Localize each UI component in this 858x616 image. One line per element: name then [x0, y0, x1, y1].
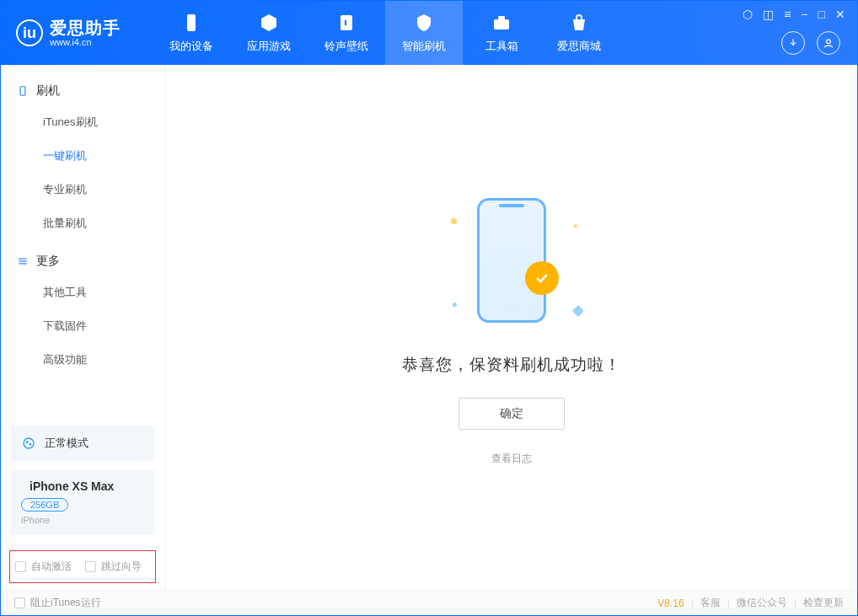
download-button[interactable] [781, 31, 805, 55]
brand-url: www.i4.cn [50, 37, 121, 47]
toolbox-icon [491, 12, 512, 34]
checkbox-auto-activate[interactable]: 自动激活 [15, 560, 72, 574]
svg-point-9 [24, 438, 34, 448]
nav-tabs: 我的设备 应用游戏 铃声壁纸 智能刷机 工具箱 爱思商城 [153, 1, 618, 65]
success-illustration [427, 189, 596, 332]
link-check-update[interactable]: 检查更新 [803, 596, 844, 610]
device-card[interactable]: iPhone XS Max 256GB iPhone [11, 469, 154, 535]
sidebar-item-batch-flash[interactable]: 批量刷机 [1, 206, 164, 240]
tab-toolbox[interactable]: 工具箱 [463, 1, 540, 65]
tab-label: 应用游戏 [247, 39, 291, 54]
shield-icon [413, 12, 435, 34]
mode-icon [21, 436, 36, 451]
sidebar: 刷机 iTunes刷机 一键刷机 专业刷机 批量刷机 更多 其他工具 下载固件 … [1, 65, 165, 590]
menu-icon[interactable]: ≡ [784, 8, 791, 21]
link-wechat[interactable]: 微信公众号 [737, 596, 787, 610]
bag-icon [568, 12, 590, 34]
mode-label: 正常模式 [45, 436, 88, 451]
tab-smart-flash[interactable]: 智能刷机 [385, 1, 463, 65]
maximize-button[interactable]: □ [818, 8, 825, 21]
sidebar-item-itunes-flash[interactable]: iTunes刷机 [1, 105, 164, 139]
svg-point-10 [26, 441, 29, 443]
brand: iu 爱思助手 www.i4.cn [1, 1, 153, 65]
brand-logo-icon: iu [16, 19, 43, 46]
list-icon [16, 254, 29, 268]
group-title: 刷机 [36, 83, 60, 99]
tshirt-icon[interactable]: ⬡ [743, 8, 753, 21]
titlebar: iu 爱思助手 www.i4.cn 我的设备 应用游戏 铃声壁纸 智能刷机 工具… [1, 1, 857, 65]
device-icon [180, 12, 202, 34]
sidebar-item-oneclick-flash[interactable]: 一键刷机 [1, 139, 164, 173]
svg-rect-0 [187, 14, 196, 31]
svg-point-11 [29, 443, 32, 446]
checkbox-icon [85, 561, 96, 572]
checkbox-skip-guide[interactable]: 跳过向导 [85, 560, 142, 574]
lock-icon[interactable]: ◫ [763, 8, 774, 21]
checkbox-stop-itunes[interactable]: 阻止iTunes运行 [14, 596, 101, 610]
account-button[interactable] [817, 31, 840, 55]
checkbox-label: 阻止iTunes运行 [30, 596, 101, 610]
storage-badge: 256GB [21, 498, 68, 512]
group-title: 更多 [36, 254, 60, 269]
ok-button[interactable]: 确定 [458, 398, 565, 430]
version-label: V8.16 [657, 597, 684, 609]
link-support[interactable]: 客服 [700, 596, 721, 610]
sidebar-group-flash: 刷机 [1, 77, 164, 105]
svg-rect-2 [494, 19, 509, 29]
bottom-options-highlight: 自动激活 跳过向导 [9, 550, 156, 583]
success-message: 恭喜您，保资料刷机成功啦！ [402, 354, 621, 376]
check-icon [525, 261, 559, 295]
mode-card[interactable]: 正常模式 [11, 426, 154, 461]
tab-store[interactable]: 爱思商城 [540, 1, 618, 65]
sidebar-item-download-firmware[interactable]: 下载固件 [1, 309, 164, 343]
window-controls: ⬡ ◫ ≡ − □ ✕ [743, 8, 845, 21]
svg-point-4 [827, 40, 831, 44]
tab-label: 铃声壁纸 [324, 39, 368, 54]
svg-rect-5 [20, 87, 25, 96]
music-icon [335, 12, 357, 34]
brand-name: 爱思助手 [50, 19, 121, 37]
tab-label: 爱思商城 [557, 39, 601, 54]
device-name: iPhone XS Max [29, 479, 114, 493]
device-type: iPhone [21, 515, 144, 525]
minimize-button[interactable]: − [801, 8, 807, 21]
checkbox-label: 自动激活 [31, 560, 72, 574]
cube-icon [258, 12, 280, 34]
sidebar-item-other-tools[interactable]: 其他工具 [1, 276, 164, 309]
main-content: 恭喜您，保资料刷机成功啦！ 确定 查看日志 [165, 65, 857, 590]
checkbox-icon [14, 597, 25, 608]
svg-rect-3 [498, 16, 505, 19]
checkbox-label: 跳过向导 [101, 560, 142, 574]
tab-label: 智能刷机 [402, 39, 446, 54]
sidebar-group-more: 更多 [1, 247, 164, 276]
phone-icon [16, 84, 29, 98]
phone-icon [477, 198, 546, 323]
statusbar: 阻止iTunes运行 V8.16 | 客服 | 微信公众号 | 检查更新 [1, 590, 857, 615]
tab-label: 工具箱 [485, 39, 518, 54]
tab-label: 我的设备 [169, 39, 213, 54]
tab-apps-games[interactable]: 应用游戏 [230, 1, 308, 65]
checkbox-icon [15, 561, 26, 572]
view-log-link[interactable]: 查看日志 [491, 452, 532, 466]
close-button[interactable]: ✕ [835, 8, 845, 21]
tab-my-device[interactable]: 我的设备 [153, 1, 230, 65]
sidebar-item-advanced[interactable]: 高级功能 [1, 343, 164, 377]
tab-ringtones-wallpapers[interactable]: 铃声壁纸 [308, 1, 385, 65]
sidebar-item-pro-flash[interactable]: 专业刷机 [1, 173, 164, 206]
